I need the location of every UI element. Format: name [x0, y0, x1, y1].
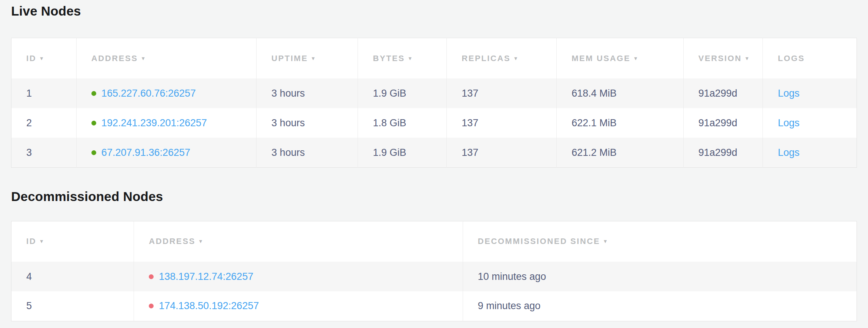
- column-header-mem-usage[interactable]: MEM USAGE▾: [557, 38, 684, 78]
- sort-arrow-icon: ▾: [745, 55, 750, 61]
- sort-arrow-icon: ▾: [40, 55, 44, 61]
- logs-link[interactable]: Logs: [778, 88, 800, 99]
- cell-node-id: 2: [11, 108, 77, 138]
- cell-replicas: 137: [447, 78, 557, 108]
- cell-node-id: 5: [11, 291, 134, 321]
- column-header-decommissioned-since[interactable]: DECOMMISSIONED SINCE▾: [463, 221, 857, 262]
- column-header-bytes[interactable]: BYTES▾: [358, 38, 447, 78]
- column-label: VERSION: [698, 54, 742, 63]
- column-header-replicas[interactable]: REPLICAS▾: [447, 38, 557, 78]
- column-label: ADDRESS: [91, 54, 138, 63]
- cell-decommissioned-since: 10 minutes ago: [463, 262, 857, 291]
- sort-arrow-icon: ▾: [514, 55, 518, 61]
- decommissioned-nodes-heading: Decommissioned Nodes: [11, 188, 857, 205]
- cell-node-address: 192.241.239.201:26257: [76, 108, 256, 138]
- table-row: 5 174.138.50.192:26257 9 minutes ago: [11, 291, 857, 321]
- table-row: 4 138.197.12.74:26257 10 minutes ago: [11, 262, 857, 291]
- logs-link[interactable]: Logs: [778, 117, 800, 128]
- node-address-link[interactable]: 67.207.91.36:26257: [101, 147, 190, 158]
- cell-bytes: 1.9 GiB: [358, 138, 447, 167]
- sort-arrow-icon: ▾: [604, 238, 608, 244]
- cluster-nodes-page: { "colors": { "page_bg": "#f4f5f5", "lin…: [0, 0, 868, 328]
- decommissioned-status-icon: [149, 304, 154, 308]
- cell-node-id: 1: [11, 78, 77, 108]
- live-status-icon: [91, 91, 96, 96]
- column-header-version[interactable]: VERSION▾: [683, 38, 763, 78]
- cell-replicas: 137: [447, 108, 557, 138]
- live-nodes-table: ID▾ ADDRESS▾ UPTIME▾ BYTES▾ REPLICAS▾ ME…: [11, 38, 857, 168]
- cell-node-address: 174.138.50.192:26257: [134, 291, 463, 321]
- cell-bytes: 1.8 GiB: [358, 108, 447, 138]
- table-row: 1 165.227.60.76:26257 3 hours 1.9 GiB 13…: [11, 78, 857, 108]
- live-status-icon: [91, 121, 96, 125]
- cell-uptime: 3 hours: [257, 78, 358, 108]
- column-label: LOGS: [778, 54, 805, 63]
- cell-version: 91a299d: [683, 108, 763, 138]
- cell-node-address: 138.197.12.74:26257: [134, 262, 463, 291]
- decommissioned-status-icon: [149, 274, 154, 279]
- cell-logs: Logs: [763, 108, 857, 138]
- table-row: 2 192.241.239.201:26257 3 hours 1.8 GiB …: [11, 108, 857, 138]
- cell-replicas: 137: [447, 138, 557, 167]
- column-label: ADDRESS: [149, 237, 195, 246]
- node-address-link[interactable]: 165.227.60.76:26257: [101, 88, 196, 99]
- table-row: 3 67.207.91.36:26257 3 hours 1.9 GiB 137…: [11, 138, 857, 167]
- column-label: MEM USAGE: [572, 54, 630, 63]
- sort-arrow-icon: ▾: [312, 55, 316, 61]
- cell-mem-usage: 618.4 MiB: [557, 78, 684, 108]
- cell-version: 91a299d: [683, 138, 763, 167]
- cell-mem-usage: 621.2 MiB: [557, 138, 684, 167]
- column-header-uptime[interactable]: UPTIME▾: [257, 38, 358, 78]
- live-status-icon: [91, 150, 96, 155]
- logs-link[interactable]: Logs: [778, 147, 800, 158]
- cell-bytes: 1.9 GiB: [358, 78, 447, 108]
- live-nodes-header-row: ID▾ ADDRESS▾ UPTIME▾ BYTES▾ REPLICAS▾ ME…: [11, 38, 857, 78]
- cell-uptime: 3 hours: [257, 108, 358, 138]
- cell-node-id: 3: [11, 138, 77, 167]
- cell-logs: Logs: [763, 78, 857, 108]
- column-header-address[interactable]: ADDRESS▾: [134, 221, 463, 262]
- cell-version: 91a299d: [683, 78, 763, 108]
- column-label: REPLICAS: [462, 54, 510, 63]
- column-label: UPTIME: [271, 54, 308, 63]
- sort-arrow-icon: ▾: [40, 238, 44, 244]
- sort-arrow-icon: ▾: [142, 55, 146, 61]
- cell-node-address: 67.207.91.36:26257: [76, 138, 256, 167]
- decommissioned-header-row: ID▾ ADDRESS▾ DECOMMISSIONED SINCE▾: [11, 221, 857, 262]
- column-header-id[interactable]: ID▾: [11, 221, 134, 262]
- column-label: BYTES: [373, 54, 405, 63]
- column-label: ID: [26, 54, 36, 63]
- column-header-logs: LOGS: [763, 38, 857, 78]
- decommissioned-nodes-table: ID▾ ADDRESS▾ DECOMMISSIONED SINCE▾ 4 138…: [11, 221, 857, 321]
- sort-arrow-icon: ▾: [199, 238, 203, 244]
- node-address-link[interactable]: 174.138.50.192:26257: [159, 300, 259, 311]
- node-address-link[interactable]: 192.241.239.201:26257: [101, 117, 207, 128]
- cell-node-id: 4: [11, 262, 134, 291]
- column-label: DECOMMISSIONED SINCE: [478, 237, 600, 246]
- column-header-id[interactable]: ID▾: [11, 38, 77, 78]
- column-header-address[interactable]: ADDRESS▾: [76, 38, 256, 78]
- cell-uptime: 3 hours: [257, 138, 358, 167]
- cell-mem-usage: 622.1 MiB: [557, 108, 684, 138]
- live-nodes-heading: Live Nodes: [11, 3, 857, 19]
- cell-node-address: 165.227.60.76:26257: [76, 78, 256, 108]
- node-address-link[interactable]: 138.197.12.74:26257: [159, 271, 253, 282]
- column-label: ID: [26, 237, 36, 246]
- sort-arrow-icon: ▾: [409, 55, 413, 61]
- cell-decommissioned-since: 9 minutes ago: [463, 291, 857, 321]
- sort-arrow-icon: ▾: [634, 55, 638, 61]
- cell-logs: Logs: [763, 138, 857, 167]
